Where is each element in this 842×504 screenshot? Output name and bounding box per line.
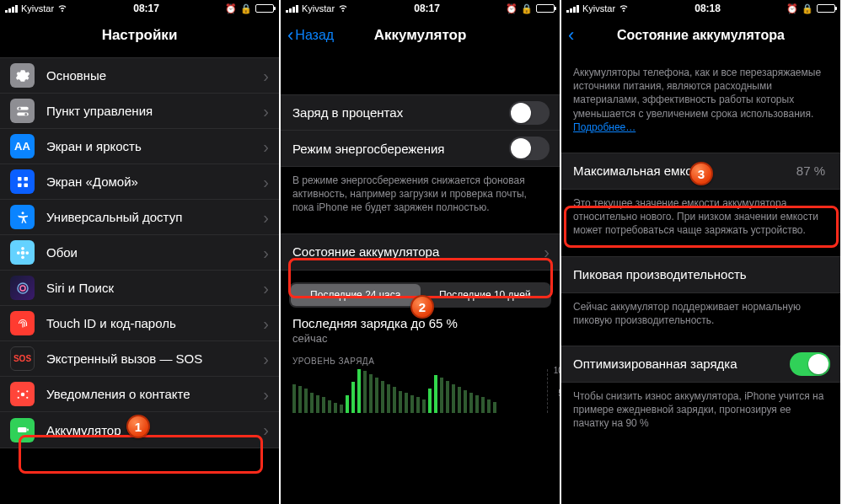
row-label: Siri и Поиск <box>46 281 263 295</box>
row-max-capacity[interactable]: Максимальная емкость 87 % <box>561 153 840 189</box>
toggle-optimized-charging[interactable] <box>790 352 830 376</box>
page-title: Аккумулятор <box>374 27 467 44</box>
chevron-left-icon: ‹ <box>287 24 293 46</box>
row-low-power[interactable]: Режим энергосбережения <box>281 131 560 166</box>
page-title: Состояние аккумулятора <box>617 28 785 43</box>
svg-point-8 <box>21 212 24 214</box>
segment-24h[interactable]: Последние 24 часа <box>291 284 421 306</box>
svg-point-20 <box>26 396 28 398</box>
svg-point-14 <box>18 283 28 293</box>
sos-icon: SOS <box>10 346 35 371</box>
fingerprint-icon <box>10 311 35 335</box>
row-label: Уведомления о контакте <box>46 387 263 401</box>
nav-bar: ‹ Назад Аккумулятор <box>281 17 560 54</box>
battery-row-icon <box>10 418 35 442</box>
row-label: Touch ID и код-пароль <box>46 316 263 330</box>
alarm-icon: ⏰ <box>786 3 798 14</box>
row-battery[interactable]: Аккумулятор › <box>0 412 279 448</box>
row-label: Заряд в процентах <box>292 105 509 120</box>
svg-rect-22 <box>27 429 29 432</box>
svg-point-10 <box>21 246 24 249</box>
svg-rect-4 <box>18 177 22 181</box>
row-sos[interactable]: SOS Экстренный вызов — SOS › <box>0 341 279 377</box>
wifi-icon <box>338 3 348 14</box>
nav-bar: ‹ Состояние аккумулятора <box>561 17 840 54</box>
intro-body: Аккумуляторы телефона, как и все перезар… <box>573 67 821 120</box>
row-display[interactable]: AA Экран и яркость › <box>0 129 279 164</box>
alarm-icon: ⏰ <box>506 3 518 14</box>
grid-icon <box>10 169 35 194</box>
low-power-note: В режиме энергосбережения снижается фоно… <box>281 167 560 215</box>
battery-level-chart: 100 % 50 % <box>292 369 548 413</box>
wifi-icon <box>619 3 629 14</box>
battery-icon <box>255 4 274 13</box>
row-label: Экран и яркость <box>46 139 263 153</box>
capacity-value: 87 % <box>796 164 825 178</box>
chevron-right-icon: › <box>263 351 269 367</box>
row-label: Экран «Домой» <box>46 174 263 189</box>
row-control-center[interactable]: Пункт управления › <box>0 94 279 129</box>
row-label: Аккумулятор <box>46 423 263 437</box>
chevron-right-icon: › <box>263 103 269 120</box>
flower-icon <box>10 240 35 265</box>
svg-point-3 <box>24 112 27 115</box>
row-siri[interactable]: Siri и Поиск › <box>0 271 279 306</box>
time-range-segmented[interactable]: Последние 24 часа Последние 10 дней <box>289 282 551 308</box>
row-wallpaper[interactable]: Обои › <box>0 235 279 271</box>
health-group: Состояние аккумулятора › <box>281 233 560 271</box>
row-exposure[interactable]: Уведомления о контакте › <box>0 377 279 412</box>
svg-point-11 <box>21 255 24 259</box>
chevron-right-icon: › <box>263 421 269 438</box>
svg-point-2 <box>18 107 20 110</box>
row-battery-percent[interactable]: Заряд в процентах <box>281 95 560 131</box>
svg-point-9 <box>20 250 24 255</box>
row-home-screen[interactable]: Экран «Домой» › <box>0 164 279 200</box>
screenshot-battery: Kyivstar 08:17 ⏰ 🔒 ‹ Назад Аккумулятор З… <box>281 0 561 504</box>
capacity-group: Максимальная емкость 87 % <box>561 153 840 190</box>
row-label: Пиковая производительность <box>573 267 830 281</box>
row-touch-id[interactable]: Touch ID и код-пароль › <box>0 306 279 341</box>
svg-point-18 <box>26 390 28 392</box>
toggle-battery-percent[interactable] <box>509 101 550 125</box>
settings-list: Основные › Пункт управления › AA Экран и… <box>0 57 279 448</box>
row-label: Основные <box>46 68 263 83</box>
row-accessibility[interactable]: Универсальный доступ › <box>0 200 279 235</box>
svg-rect-6 <box>18 183 22 187</box>
clock: 08:17 <box>414 3 440 14</box>
learn-more-link[interactable]: Подробнее… <box>573 121 636 133</box>
svg-point-19 <box>17 396 19 398</box>
chevron-right-icon: › <box>263 209 269 226</box>
chevron-right-icon: › <box>263 315 269 332</box>
screenshot-settings: Kyivstar 08:17 ⏰ 🔒 Настройки Основные › … <box>0 0 281 504</box>
screenshot-battery-health: Kyivstar 08:18 ⏰ 🔒 ‹ Состояние аккумулят… <box>561 0 842 504</box>
peak-group: Пиковая производительность <box>561 256 840 293</box>
chart-ylabel-100: 100 % <box>554 366 561 375</box>
capacity-note: Это текущее значение емкости аккумулятор… <box>561 190 840 238</box>
row-optimized-charging[interactable]: Оптимизированная зарядка <box>561 346 840 382</box>
toggle-low-power[interactable] <box>509 137 550 160</box>
svg-rect-5 <box>24 177 28 181</box>
intro-text: Аккумуляторы телефона, как и все перезар… <box>561 54 840 134</box>
nav-bar: Настройки <box>0 17 279 54</box>
chart-legend: УРОВЕНЬ ЗАРЯДА <box>292 357 548 366</box>
aa-icon: AA <box>10 134 35 158</box>
svg-point-15 <box>20 286 25 291</box>
back-label: Назад <box>295 28 334 43</box>
row-label: Пункт управления <box>46 104 263 118</box>
row-general[interactable]: Основные › <box>0 58 279 94</box>
chevron-right-icon: › <box>263 386 269 403</box>
toggles-icon <box>10 99 35 123</box>
lock-icon: 🔒 <box>521 3 533 14</box>
back-button[interactable]: ‹ Назад <box>287 17 334 54</box>
last-charge-when: сейчас <box>292 332 548 345</box>
last-charge-block: Последняя зарядка до 65 % сейчас УРОВЕНЬ… <box>281 316 560 413</box>
segment-10d[interactable]: Последние 10 дней <box>421 284 550 306</box>
toggle-group: Заряд в процентах Режим энергосбережения <box>281 94 560 167</box>
back-button[interactable]: ‹ <box>568 17 574 54</box>
alarm-icon: ⏰ <box>225 3 237 14</box>
row-label: Оптимизированная зарядка <box>573 357 790 371</box>
chevron-right-icon: › <box>263 138 269 155</box>
row-battery-health[interactable]: Состояние аккумулятора › <box>281 234 560 270</box>
row-peak-performance[interactable]: Пиковая производительность <box>561 257 840 292</box>
carrier-label: Kyivstar <box>582 3 615 13</box>
